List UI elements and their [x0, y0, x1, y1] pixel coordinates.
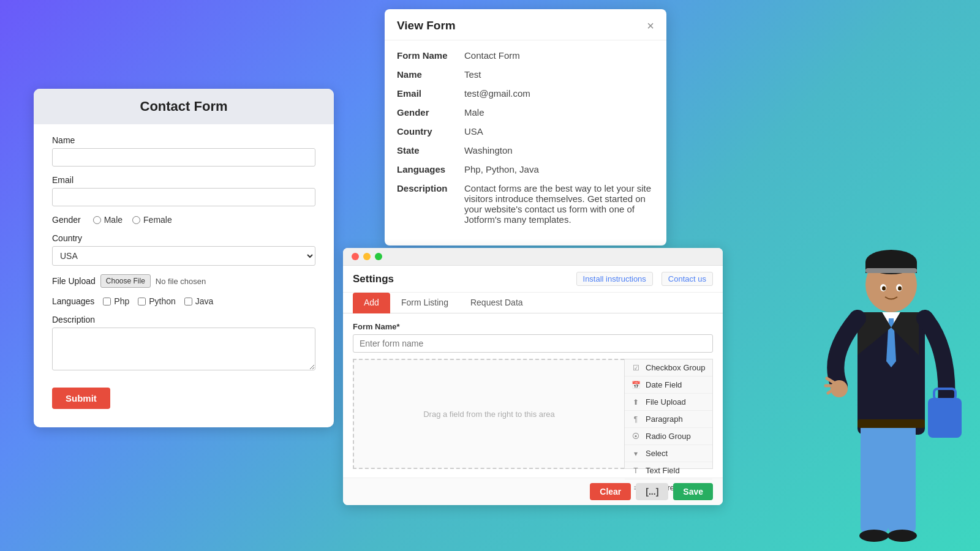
svg-rect-17 — [928, 398, 962, 438]
modal-value-languages: Php, Python, Java — [464, 164, 654, 174]
checkbox-group-icon: ☑ — [631, 364, 641, 372]
field-item-select[interactable]: ▾ Select — [625, 445, 712, 462]
modal-value-name: Test — [464, 69, 654, 80]
gender-male-option[interactable]: Male — [93, 215, 123, 225]
name-input[interactable] — [52, 148, 315, 167]
modal-row-email: Email test@gmail.com — [397, 88, 654, 99]
description-label: Description — [52, 315, 315, 324]
date-field-icon: 📅 — [631, 381, 641, 389]
gender-female-radio[interactable] — [132, 216, 140, 224]
modal-value-email: test@gmail.com — [464, 88, 654, 99]
paragraph-icon: ¶ — [631, 415, 641, 424]
svg-point-19 — [859, 530, 889, 542]
field-label-radio-group: Radio Group — [646, 432, 691, 441]
settings-links: Install instructions Contact us — [576, 272, 713, 286]
tab-add[interactable]: Add — [353, 293, 390, 313]
modal-close-button[interactable]: × — [647, 20, 654, 32]
save-button[interactable]: Save — [673, 483, 713, 500]
settings-heading: Settings — [353, 273, 394, 285]
modal-row-languages: Languages Php, Python, Java — [397, 164, 654, 174]
file-upload-icon: ⬆ — [631, 398, 641, 407]
field-item-file-upload[interactable]: ⬆ File Upload — [625, 394, 712, 411]
drag-zone: Drag a field from the right to this area — [353, 359, 624, 469]
lang-java-option[interactable]: Java — [184, 296, 214, 306]
modal-value-description: Contact forms are the best way to let yo… — [464, 183, 654, 225]
fields-sidebar: ☑ Checkbox Group 📅 Date Field ⬆ File Upl… — [624, 359, 713, 469]
window-dot-yellow — [363, 253, 371, 260]
modal-value-formname: Contact Form — [464, 50, 654, 61]
field-item-paragraph[interactable]: ¶ Paragraph — [625, 411, 712, 428]
view-form-modal: View Form × Form Name Contact Form Name … — [385, 9, 666, 246]
svg-rect-4 — [865, 268, 917, 273]
gender-female-option[interactable]: Female — [132, 215, 172, 225]
email-label: Email — [52, 175, 315, 185]
drag-drop-area: Drag a field from the right to this area… — [353, 359, 713, 469]
modal-row-country: Country USA — [397, 126, 654, 137]
tab-form-listing[interactable]: Form Listing — [390, 293, 459, 313]
name-label: Name — [52, 135, 315, 145]
svg-rect-13 — [861, 422, 888, 533]
svg-point-20 — [888, 530, 917, 542]
form-name-label: Form Name* — [353, 322, 713, 331]
lang-php-option[interactable]: Php — [103, 296, 129, 306]
field-item-date-field[interactable]: 📅 Date Field — [625, 377, 712, 394]
modal-row-formname: Form Name Contact Form — [397, 50, 654, 61]
country-select[interactable]: USA UK Canada Australia Germany — [52, 246, 315, 266]
gender-group: Gender Male Female — [52, 215, 315, 225]
modal-value-gender: Male — [464, 107, 654, 118]
settings-top-bar: Settings Install instructions Contact us — [343, 266, 723, 293]
settings-tabs: Add Form Listing Request Data — [343, 293, 723, 313]
lang-python-checkbox[interactable] — [138, 298, 146, 305]
email-input[interactable] — [52, 188, 315, 206]
modal-label-country: Country — [397, 126, 464, 137]
modal-label-languages: Languages — [397, 164, 464, 174]
lang-python-option[interactable]: Python — [138, 296, 176, 306]
languages-label: Languages — [52, 296, 94, 306]
description-group: Description — [52, 315, 315, 373]
field-item-checkbox-group[interactable]: ☑ Checkbox Group — [625, 359, 712, 377]
gender-male-radio[interactable] — [93, 216, 101, 224]
text-field-icon: T — [631, 467, 641, 475]
window-dot-green — [375, 253, 382, 260]
modal-row-description: Description Contact forms are the best w… — [397, 183, 654, 225]
ellipsis-button[interactable]: [...] — [636, 483, 668, 500]
field-label-paragraph: Paragraph — [646, 414, 683, 424]
svg-point-7 — [882, 287, 886, 291]
character-illustration — [815, 171, 962, 551]
name-group: Name — [52, 135, 315, 167]
country-label: Country — [52, 233, 315, 243]
field-label-file-upload: File Upload — [646, 397, 686, 407]
modal-row-name: Name Test — [397, 69, 654, 80]
modal-value-country: USA — [464, 126, 654, 137]
modal-row-state: State Washington — [397, 145, 654, 156]
contact-form-title: Contact Form — [34, 89, 334, 124]
description-textarea[interactable] — [52, 328, 315, 370]
radio-group-icon: ⦿ — [631, 432, 641, 441]
clear-button[interactable]: Clear — [590, 483, 631, 500]
modal-label-formname: Form Name — [397, 50, 464, 61]
field-item-text-field[interactable]: T Text Field — [625, 462, 712, 479]
tab-request-data[interactable]: Request Data — [459, 293, 534, 313]
contact-form-panel: Contact Form Name Email Gender Male Fema… — [34, 89, 334, 427]
modal-header: View Form × — [385, 9, 666, 40]
modal-label-email: Email — [397, 88, 464, 99]
modal-label-state: State — [397, 145, 464, 156]
modal-body: Form Name Contact Form Name Test Email t… — [385, 40, 666, 246]
lang-php-checkbox[interactable] — [103, 298, 111, 305]
install-instructions-link[interactable]: Install instructions — [576, 272, 653, 286]
field-label-checkbox-group: Checkbox Group — [646, 363, 706, 372]
window-dot-red — [352, 253, 359, 260]
modal-row-gender: Gender Male — [397, 107, 654, 118]
settings-content: Settings Install instructions Contact us… — [343, 266, 723, 505]
lang-java-checkbox[interactable] — [184, 298, 192, 305]
modal-value-state: Washington — [464, 145, 654, 156]
field-item-radio-group[interactable]: ⦿ Radio Group — [625, 428, 712, 445]
submit-button[interactable]: Submit — [52, 388, 110, 409]
form-name-input[interactable] — [353, 334, 713, 353]
contact-us-link[interactable]: Contact us — [662, 272, 713, 286]
languages-group: Languages Php Python Java — [52, 296, 315, 306]
choose-file-button[interactable]: Choose File — [100, 274, 151, 288]
modal-title: View Form — [397, 19, 456, 32]
field-label-select: Select — [646, 449, 668, 458]
svg-rect-14 — [888, 422, 916, 533]
